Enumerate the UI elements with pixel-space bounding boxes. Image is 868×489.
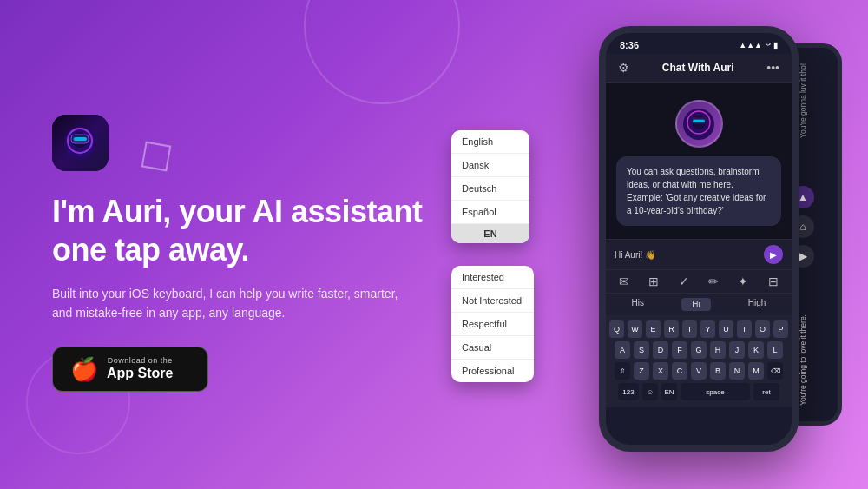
app-icon-svg: [61, 123, 100, 162]
tool-grid[interactable]: ⊟: [768, 274, 779, 288]
chat-input-text: Hi Auri! 👋: [615, 250, 655, 260]
send-button[interactable]: ▶: [764, 245, 783, 264]
tone-professional[interactable]: Professional: [451, 360, 534, 382]
suggestion-2-active[interactable]: Hi: [681, 298, 710, 311]
kb-M[interactable]: M: [748, 362, 764, 380]
suggestion-3[interactable]: High: [748, 298, 766, 311]
kb-T[interactable]: T: [682, 320, 697, 338]
word-suggestions: His Hi High: [606, 293, 792, 315]
app-icon-row: [52, 115, 469, 171]
kb-W[interactable]: W: [628, 320, 642, 338]
tone-not-interested[interactable]: Not Interested: [451, 289, 534, 313]
kb-C[interactable]: C: [672, 362, 687, 380]
more-icon[interactable]: •••: [766, 61, 779, 75]
kb-V[interactable]: V: [691, 362, 707, 380]
kb-row-1: Q W E R T Y U I O P: [609, 320, 788, 338]
kb-I[interactable]: I: [737, 320, 752, 338]
tone-casual[interactable]: Casual: [451, 336, 534, 360]
kb-K[interactable]: K: [748, 341, 764, 359]
kb-Z[interactable]: Z: [634, 362, 649, 380]
kb-123[interactable]: 123: [618, 383, 639, 400]
kb-P[interactable]: P: [773, 320, 788, 338]
settings-icon[interactable]: ⚙: [618, 61, 629, 75]
avatar-svg: [681, 107, 716, 142]
tone-respectful[interactable]: Respectful: [451, 313, 534, 336]
chat-area: You can ask questions, brainstorm ideas,…: [606, 83, 792, 239]
tone-interested[interactable]: Interested: [451, 266, 534, 289]
app-icon: [52, 115, 108, 171]
kb-O[interactable]: O: [755, 320, 770, 338]
kb-Q[interactable]: Q: [609, 320, 624, 338]
status-icons: ▲▲▲ ⌔ ▮: [739, 41, 778, 50]
kb-row-2: A S D F G H J K L: [609, 341, 788, 359]
kb-space[interactable]: space: [681, 383, 750, 400]
kb-shift[interactable]: ⇧: [615, 362, 630, 380]
lang-english[interactable]: English: [451, 130, 529, 154]
kb-U[interactable]: U: [719, 320, 733, 338]
chat-avatar: [675, 100, 723, 148]
lang-espanol[interactable]: Español: [451, 201, 529, 224]
keyboard: Q W E R T Y U I O P A S D F G H J K L: [606, 315, 792, 407]
kb-J[interactable]: J: [729, 341, 745, 359]
chat-input-bar[interactable]: Hi Auri! 👋 ▶: [606, 239, 792, 269]
kb-S[interactable]: S: [634, 341, 649, 359]
kb-L[interactable]: L: [767, 341, 783, 359]
keyboard-tools: ✉ ⊞ ✓ ✏ ✦ ⊟: [606, 269, 792, 293]
kb-R[interactable]: R: [664, 320, 679, 338]
app-store-button[interactable]: 🍎 Download on the App Store: [52, 347, 208, 391]
kb-row-4: 123 ☺ EN space ret: [609, 383, 788, 400]
tool-image[interactable]: ⊞: [648, 274, 659, 288]
status-time: 8:36: [620, 40, 639, 50]
kb-B[interactable]: B: [710, 362, 726, 380]
kb-A[interactable]: A: [615, 341, 630, 359]
apple-icon: 🍎: [70, 358, 98, 380]
download-label: Download on the: [107, 356, 173, 365]
svg-rect-14: [693, 120, 705, 122]
headline: I'm Auri, your AI assistantone tap away.: [52, 193, 469, 268]
app-store-text: Download on the App Store: [107, 356, 173, 381]
tool-stars[interactable]: ✦: [738, 274, 748, 288]
kb-emoji[interactable]: ☺: [642, 383, 658, 400]
phone-area: You're gonna luv it tho! ▲ ⌂ ▶ You're go…: [451, 17, 851, 478]
lang-dansk[interactable]: Dansk: [451, 154, 529, 177]
kb-D[interactable]: D: [653, 341, 668, 359]
lang-en-badge[interactable]: EN: [451, 224, 529, 243]
lang-deutsch[interactable]: Deutsch: [451, 177, 529, 201]
phone-main: 8:36 ▲▲▲ ⌔ ▮ ⚙ Chat With Auri •••: [599, 26, 799, 452]
tool-edit[interactable]: ✏: [708, 274, 719, 288]
svg-rect-8: [74, 137, 87, 141]
kb-E[interactable]: E: [646, 320, 661, 338]
kb-Y[interactable]: Y: [700, 320, 715, 338]
chat-bubble: You can ask questions, brainstorm ideas,…: [616, 156, 781, 226]
chat-title: Chat With Auri: [662, 62, 734, 74]
lang-card: English Dansk Deutsch Español EN: [451, 130, 529, 243]
status-bar: 8:36 ▲▲▲ ⌔ ▮: [606, 33, 792, 54]
subtext: Built into your iOS keyboard, I can help…: [52, 284, 399, 323]
signal-icon: ▲▲▲: [739, 41, 762, 50]
kb-delete[interactable]: ⌫: [767, 362, 783, 380]
kb-X[interactable]: X: [653, 362, 668, 380]
kb-F[interactable]: F: [672, 341, 687, 359]
wifi-icon: ⌔: [766, 41, 770, 50]
tone-card: Interested Not Interested Respectful Cas…: [451, 266, 534, 382]
app-icon-inner: [52, 115, 108, 171]
kb-return[interactable]: ret: [753, 383, 779, 400]
phone-header: ⚙ Chat With Auri •••: [606, 54, 792, 83]
tool-mail[interactable]: ✉: [619, 274, 629, 288]
app-store-label: App Store: [107, 365, 173, 381]
kb-EN[interactable]: EN: [661, 383, 677, 400]
battery-icon: ▮: [773, 41, 778, 50]
kb-N[interactable]: N: [729, 362, 745, 380]
suggestion-1[interactable]: His: [632, 298, 644, 311]
kb-H[interactable]: H: [710, 341, 726, 359]
kb-G[interactable]: G: [691, 341, 707, 359]
left-section: I'm Auri, your AI assistantone tap away.…: [52, 0, 469, 489]
kb-row-3: ⇧ Z X C V B N M ⌫: [609, 362, 788, 380]
tool-check[interactable]: ✓: [679, 274, 689, 288]
